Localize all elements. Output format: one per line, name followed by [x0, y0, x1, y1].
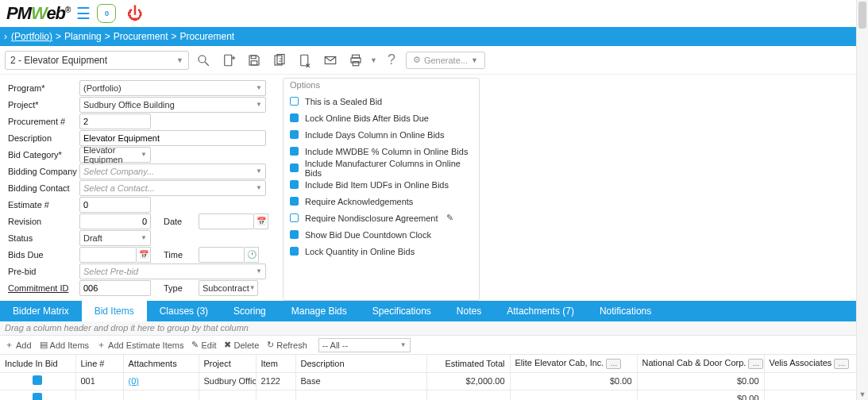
tab-manage-bids[interactable]: Manage Bids	[279, 301, 360, 321]
tab-bidder-matrix[interactable]: Bidder Matrix	[0, 301, 82, 321]
app-logo: PMWeb®	[6, 3, 70, 24]
grid-filter-select[interactable]: -- All --▼	[318, 338, 411, 352]
time-input[interactable]	[199, 247, 245, 263]
ellipsis-icon[interactable]: …	[834, 359, 849, 369]
tab-clauses-3-[interactable]: Clauses (3)	[147, 301, 221, 321]
shield-badge[interactable]: 0	[97, 4, 116, 23]
checkbox[interactable]	[290, 247, 299, 256]
date-input[interactable]	[199, 213, 254, 229]
tab-specifications[interactable]: Specifications	[360, 301, 444, 321]
delete-icon[interactable]	[294, 49, 316, 71]
tab-bid-items[interactable]: Bid Items	[82, 301, 147, 321]
checkbox[interactable]	[290, 197, 299, 206]
label-project: Project	[8, 100, 79, 110]
copy-icon[interactable]: 2	[268, 49, 291, 71]
col-header[interactable]: Velis Associates …	[764, 355, 868, 372]
label-time: Time	[151, 250, 199, 260]
estimate-no-input[interactable]	[79, 197, 151, 213]
pencil-icon: ✎	[191, 340, 199, 350]
table-row[interactable]: $0.00	[0, 390, 868, 400]
col-header[interactable]: Elite Elevator Cab, Inc. …	[510, 355, 637, 372]
menu-icon[interactable]: ☰	[76, 4, 91, 23]
breadcrumb-portfolio[interactable]: (Portfolio)	[11, 31, 52, 42]
tab-scoring[interactable]: Scoring	[221, 301, 279, 321]
attachments-link[interactable]: (0)	[129, 376, 139, 386]
record-selector[interactable]: 2 - Elevator Equipment▼	[5, 51, 189, 70]
print-dropdown-icon[interactable]: ▼	[370, 56, 377, 64]
col-header[interactable]: Item	[256, 355, 295, 372]
clock-icon[interactable]: 🕐	[245, 247, 259, 263]
commitment-id-input[interactable]	[79, 280, 151, 296]
procurement-no-input[interactable]	[79, 113, 151, 129]
program-select[interactable]: (Portfolio)▼	[79, 80, 266, 96]
help-icon[interactable]: ?	[380, 49, 403, 71]
label-commitment-id[interactable]: Commitment ID	[8, 283, 79, 293]
checkbox[interactable]	[290, 230, 299, 239]
print-icon[interactable]	[345, 49, 367, 71]
pencil-icon[interactable]: ✎	[446, 213, 453, 223]
project-select[interactable]: Sudbury Office Building▼	[79, 97, 266, 113]
breadcrumb-procurement1: Procurement	[114, 31, 168, 42]
option-row: Include MWDBE % Column in Online Bids	[290, 143, 473, 160]
checkbox[interactable]	[290, 163, 299, 172]
grid-add-items-button[interactable]: ▤Add Items	[40, 340, 90, 350]
checkbox[interactable]	[290, 130, 299, 139]
col-header[interactable]: Project	[199, 355, 256, 372]
checkbox[interactable]	[290, 180, 299, 189]
label-estimate-no: Estimate #	[8, 200, 79, 210]
ellipsis-icon[interactable]: …	[748, 359, 763, 369]
grid-add-button[interactable]: ＋Add	[5, 339, 32, 351]
bids-due-input[interactable]	[79, 247, 137, 263]
search-icon[interactable]	[192, 49, 214, 71]
tab-notifications[interactable]: Notifications	[587, 301, 664, 321]
checkbox[interactable]	[290, 113, 299, 122]
description-input[interactable]	[79, 130, 266, 146]
col-header[interactable]: Include In Bid	[0, 355, 75, 372]
svg-text:2: 2	[279, 57, 282, 63]
breadcrumb-back-icon[interactable]: ›	[0, 31, 11, 42]
grid-edit-button[interactable]: ✎Edit	[191, 340, 216, 350]
revision-input[interactable]	[79, 213, 151, 229]
checkbox[interactable]	[290, 147, 299, 156]
new-icon[interactable]	[218, 49, 240, 71]
col-header[interactable]: Attachments	[123, 355, 199, 372]
col-header[interactable]: Estimated Total	[426, 355, 510, 372]
checkbox[interactable]	[290, 213, 299, 222]
scroll-down-icon[interactable]: ▼	[857, 388, 868, 400]
grid-delete-button[interactable]: ✖Delete	[224, 340, 259, 350]
mail-icon[interactable]	[319, 49, 341, 71]
option-row: Include Bid Item UDFs in Online Bids	[290, 176, 473, 193]
generate-button[interactable]: ⚙ Generate... ▼	[406, 52, 485, 69]
grid-refresh-button[interactable]: ↻Refresh	[267, 340, 307, 350]
plus-icon: ＋	[5, 339, 14, 351]
label-bidding-contact: Bidding Contact	[8, 183, 79, 193]
calendar-icon[interactable]: 📅	[137, 247, 151, 263]
include-chip[interactable]	[33, 375, 42, 385]
include-chip[interactable]	[33, 393, 42, 400]
col-header[interactable]: Line #	[75, 355, 123, 372]
option-label: Lock Online Bids After Bids Due	[305, 113, 429, 123]
bid-category-select[interactable]: Elevator Equipmen▼	[79, 147, 151, 163]
table-row[interactable]: 001(0)Sudbury Office2122Base$2,000.00$0.…	[0, 372, 868, 390]
svg-line-1	[205, 62, 209, 66]
label-bidding-company: Bidding Company	[8, 167, 79, 176]
status-select[interactable]: Draft▼	[79, 230, 151, 246]
label-program: Program	[8, 83, 79, 93]
tab-notes[interactable]: Notes	[444, 301, 494, 321]
type-select[interactable]: Subcontract▼	[199, 280, 258, 296]
breadcrumb-planning: Planning	[64, 31, 102, 42]
save-icon[interactable]	[243, 49, 265, 71]
bidding-contact-select[interactable]: Select a Contact...▼	[79, 180, 266, 196]
prebid-select[interactable]: Select Pre-bid▼	[79, 263, 266, 279]
tab-attachments-7-[interactable]: Attachments (7)	[494, 301, 587, 321]
vertical-scrollbar[interactable]: ▲ ▼	[856, 0, 868, 400]
grid-add-estimate-button[interactable]: ＋Add Estimate Items	[97, 339, 183, 351]
calendar-icon[interactable]: 📅	[254, 213, 268, 229]
bidding-company-select[interactable]: Select Company...▼	[79, 163, 266, 179]
col-header[interactable]: Description	[295, 355, 426, 372]
ellipsis-icon[interactable]: …	[606, 359, 621, 369]
power-icon[interactable]: ⏻	[127, 5, 143, 23]
col-header[interactable]: National Cab & Door Corp. …	[637, 355, 764, 372]
scroll-thumb[interactable]	[858, 2, 866, 29]
checkbox[interactable]	[290, 97, 299, 106]
